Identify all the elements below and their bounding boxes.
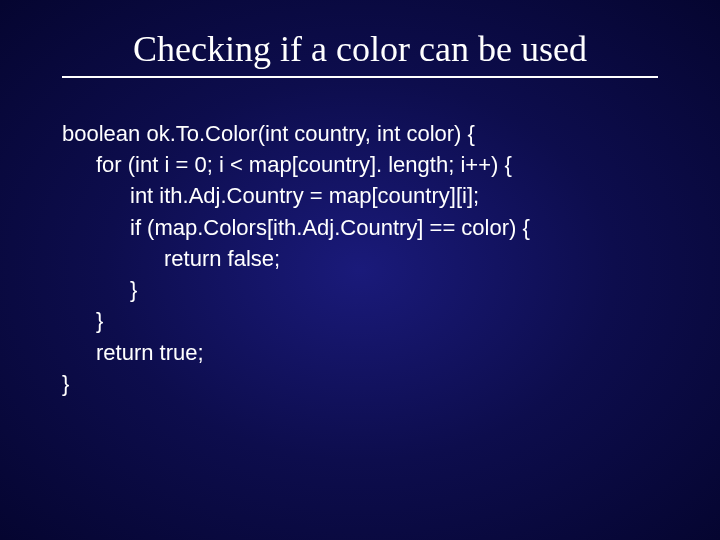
code-line: for (int i = 0; i < map[country]. length… — [62, 149, 680, 180]
code-line: if (map.Colors[ith.Adj.Country] == color… — [62, 212, 680, 243]
code-line: } — [62, 305, 680, 336]
code-block: boolean ok.To.Color(int country, int col… — [62, 118, 680, 399]
title-underline — [62, 76, 658, 78]
code-line: } — [62, 368, 680, 399]
code-line: boolean ok.To.Color(int country, int col… — [62, 118, 680, 149]
code-line: return false; — [62, 243, 680, 274]
code-line: return true; — [62, 337, 680, 368]
slide-title: Checking if a color can be used — [0, 28, 720, 70]
code-line: } — [62, 274, 680, 305]
code-line: int ith.Adj.Country = map[country][i]; — [62, 180, 680, 211]
